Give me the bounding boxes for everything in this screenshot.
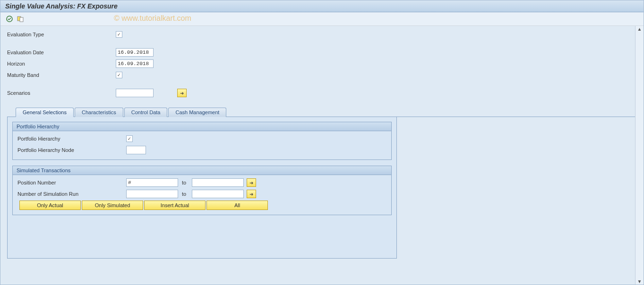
execute-icon[interactable] (5, 15, 14, 23)
scroll-up-icon[interactable]: ▲ (636, 26, 643, 32)
content-area: Evaluation Type ✓ Evaluation Date Horizo… (0, 26, 644, 285)
simulated-transactions-title: Simulated Transactions (13, 166, 391, 175)
tab-cash-management[interactable]: Cash Management (168, 108, 226, 117)
portfolio-hierarchy-checkbox[interactable]: ✓ (126, 135, 133, 142)
vertical-scrollbar[interactable]: ▲ ▼ (635, 26, 644, 285)
evaluation-date-label: Evaluation Date (7, 50, 116, 55)
insert-actual-button[interactable]: Insert Actual (144, 201, 206, 210)
portfolio-hierarchy-group: Portfolio Hierarchy Portfolio Hierarchy … (12, 122, 392, 160)
tab-panel-general: Portfolio Hierarchy Portfolio Hierarchy … (7, 117, 397, 259)
simulation-run-to-label: to (182, 191, 186, 197)
portfolio-hierarchy-node-input[interactable] (126, 146, 146, 154)
main-window: Single Value Analysis: FX Exposure © www… (0, 0, 644, 285)
position-number-to-label: to (182, 180, 186, 185)
scroll-down-icon[interactable]: ▼ (636, 278, 643, 285)
scenarios-input[interactable] (116, 89, 154, 97)
simulation-run-multi-icon[interactable]: ➜ (247, 190, 256, 198)
maturity-band-checkbox[interactable]: ✓ (116, 72, 122, 78)
window-title: Single Value Analysis: FX Exposure (0, 0, 644, 12)
scenarios-label: Scenarios (7, 90, 116, 96)
only-actual-button[interactable]: Only Actual (19, 201, 81, 210)
scenarios-multi-icon[interactable]: ➜ (177, 89, 187, 97)
tab-control-data[interactable]: Control Data (124, 108, 168, 117)
horizon-label: Horizon (7, 61, 116, 67)
variant-icon[interactable] (17, 15, 25, 23)
watermark: © www.tutorialkart.com (114, 14, 191, 23)
maturity-band-label: Maturity Band (7, 72, 116, 78)
only-simulated-button[interactable]: Only Simulated (82, 201, 143, 210)
simulated-transactions-group: Simulated Transactions Position Number t… (12, 166, 392, 215)
simulation-run-from-input[interactable] (126, 190, 178, 198)
evaluation-type-checkbox[interactable]: ✓ (116, 31, 122, 38)
tabstrip: General Selections Characteristics Contr… (7, 107, 637, 117)
evaluation-type-label: Evaluation Type (7, 32, 116, 37)
portfolio-hierarchy-title: Portfolio Hierarchy (13, 122, 391, 131)
horizon-input[interactable] (116, 59, 154, 68)
svg-rect-2 (20, 17, 23, 22)
evaluation-date-input[interactable] (116, 48, 154, 57)
tab-general-selections[interactable]: General Selections (16, 108, 74, 117)
simulation-run-label: Number of Simulation Run (17, 191, 126, 197)
position-number-label: Position Number (17, 180, 126, 185)
all-button[interactable]: All (206, 201, 268, 210)
position-number-multi-icon[interactable]: ➜ (247, 178, 256, 187)
position-number-to-input[interactable] (192, 178, 244, 187)
toolbar: © www.tutorialkart.com (0, 12, 644, 26)
portfolio-hierarchy-label: Portfolio Hierarchy (17, 136, 126, 142)
position-number-from-input[interactable] (126, 178, 178, 187)
tab-characteristics[interactable]: Characteristics (75, 108, 123, 117)
portfolio-hierarchy-node-label: Portfolio Hierarchy Node (17, 147, 126, 153)
simulation-run-to-input[interactable] (192, 190, 244, 198)
